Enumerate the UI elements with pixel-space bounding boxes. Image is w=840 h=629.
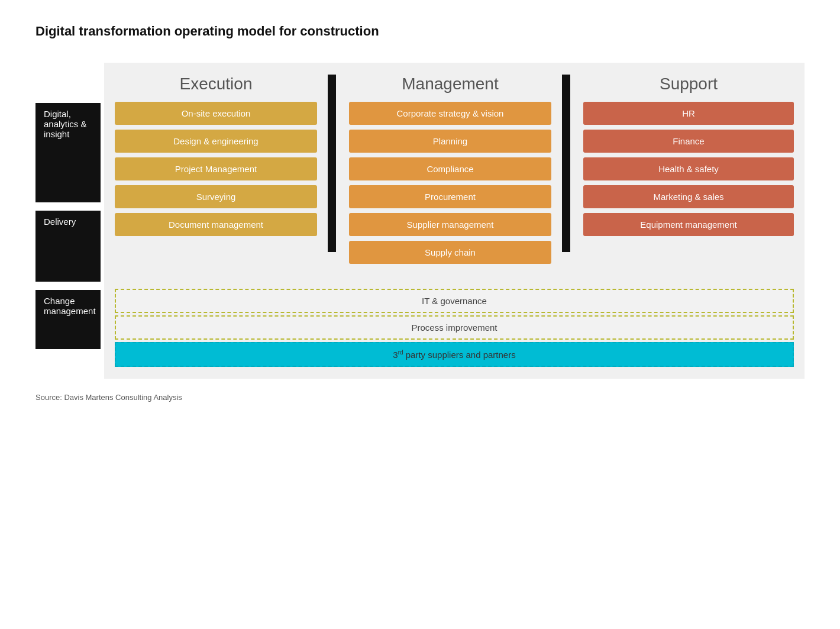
pill-equipment-management: Equipment management: [583, 213, 794, 236]
support-pills: HR Finance Health & safety Marketing & s…: [573, 102, 805, 255]
pill-planning: Planning: [349, 130, 551, 153]
divider-management: [562, 75, 570, 252]
right-content: Execution On-site execution Design & eng…: [104, 63, 805, 379]
pill-project-management: Project Management: [115, 157, 317, 180]
management-header: Management: [338, 63, 562, 102]
band-it-governance: IT & governance: [115, 289, 794, 313]
label-digital: Digital, analytics & insight: [35, 103, 101, 202]
execution-col-wrap: Execution On-site execution Design & eng…: [104, 63, 336, 283]
pill-design-engineering: Design & engineering: [115, 130, 317, 153]
management-col: Management Corporate strategy & vision P…: [338, 63, 562, 283]
page-title: Digital transformation operating model f…: [35, 24, 805, 39]
pill-hr: HR: [583, 102, 794, 125]
source-text: Source: Davis Martens Consulting Analysi…: [35, 393, 805, 402]
execution-col: Execution On-site execution Design & eng…: [104, 63, 328, 283]
diagram-outer: Digital, analytics & insight Delivery Ch…: [35, 63, 805, 379]
management-col-wrap: Management Corporate strategy & vision P…: [338, 63, 570, 283]
left-labels: Digital, analytics & insight Delivery Ch…: [35, 63, 101, 353]
band-third-party: 3rd party suppliers and partners: [115, 342, 794, 367]
bottom-bands: IT & governance Process improvement 3rd …: [104, 283, 805, 379]
execution-pills: On-site execution Design & engineering P…: [104, 102, 328, 255]
support-col: Support HR Finance Health & safety Marke…: [573, 63, 805, 283]
pill-document-management: Document management: [115, 213, 317, 236]
pill-supply-chain: Supply chain: [349, 241, 551, 264]
band-process-improvement: Process improvement: [115, 315, 794, 340]
divider-execution: [328, 75, 336, 252]
pill-procurement: Procurement: [349, 185, 551, 208]
pill-on-site-execution: On-site execution: [115, 102, 317, 125]
support-col-wrap: Support HR Finance Health & safety Marke…: [573, 63, 805, 283]
pill-surveying: Surveying: [115, 185, 317, 208]
pill-health-safety: Health & safety: [583, 157, 794, 180]
support-header: Support: [573, 63, 805, 102]
pill-corporate-strategy: Corporate strategy & vision: [349, 102, 551, 125]
cols-and-bottom: Execution On-site execution Design & eng…: [104, 63, 805, 379]
label-change: Change management: [35, 290, 101, 349]
pill-marketing-sales: Marketing & sales: [583, 185, 794, 208]
execution-header: Execution: [104, 63, 328, 102]
three-cols: Execution On-site execution Design & eng…: [104, 63, 805, 283]
pill-supplier-management: Supplier management: [349, 213, 551, 236]
page-container: Digital transformation operating model f…: [35, 24, 805, 402]
pill-finance: Finance: [583, 130, 794, 153]
management-pills: Corporate strategy & vision Planning Com…: [338, 102, 562, 283]
label-delivery: Delivery: [35, 211, 101, 282]
pill-compliance: Compliance: [349, 157, 551, 180]
